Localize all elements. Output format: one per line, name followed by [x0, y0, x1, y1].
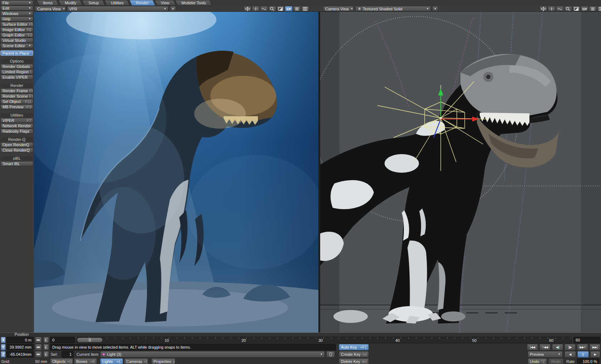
vpr-render-canvas	[34, 12, 318, 333]
item-properties-mini-button[interactable]	[326, 351, 335, 358]
sidebar-item-smart-ibl[interactable]: Smart IBL	[0, 161, 33, 166]
left-zoom-tool-button[interactable]	[268, 6, 276, 11]
step-forward-button[interactable]: ||▶	[565, 344, 576, 350]
preview-dropdown[interactable]: Preview▼	[528, 351, 563, 358]
position-x-field[interactable]: 0 m	[6, 337, 34, 343]
right-rotate-tool-button[interactable]	[548, 6, 556, 11]
left-viewport-menu-button[interactable]	[293, 6, 301, 11]
left-minmax-button[interactable]	[277, 6, 284, 11]
sidebar-section-render-q: Render-Q	[0, 137, 33, 142]
position-y-field[interactable]: 39.9992 mm	[6, 344, 34, 350]
right-pan-tool-button[interactable]	[539, 6, 547, 11]
right-render-mode-dropdown[interactable]: TTextured Shaded Solid▼	[355, 6, 431, 11]
right-zoom-tool-button[interactable]	[564, 6, 572, 11]
z-envelope-button[interactable]: E	[43, 351, 49, 358]
left-rotate-tool-button[interactable]	[252, 6, 260, 11]
properties-button[interactable]: Propertiesp	[151, 358, 175, 364]
sidebar-item-viper[interactable]: VIPERF7	[0, 118, 33, 123]
right-camera-select-button[interactable]	[581, 6, 588, 11]
right-orbit-tool-button[interactable]	[556, 6, 564, 11]
position-z-field[interactable]: -65.0419mm	[6, 351, 34, 358]
sidebar-item-mb-preview[interactable]: MB Preview+F9	[0, 104, 33, 109]
sidebar-item-scene-editor[interactable]: Scene Editor▼	[0, 43, 33, 48]
timeline-slider-handle[interactable]: 0	[77, 338, 103, 343]
sidebar-item-limited-region[interactable]: Limited Regionl	[0, 69, 33, 74]
right-viewport-menu-button[interactable]	[589, 6, 597, 11]
left-layout-preset-button[interactable]	[301, 6, 309, 11]
left-viewport-vpr-render[interactable]	[34, 12, 318, 333]
go-end-button[interactable]: ▶▶|	[590, 344, 600, 350]
pause-button[interactable]: ||	[577, 351, 589, 358]
sidebar-item-sel-object[interactable]: Sel ObjectF11	[0, 99, 33, 104]
timeline-ruler[interactable]: ▲ 0 10 20 30 40 50 60	[76, 337, 572, 343]
sidebar-item-open-renderq[interactable]: Open RenderQ	[0, 142, 33, 147]
tab-setup[interactable]: Setup	[83, 0, 104, 6]
sidebar-item-render-scene[interactable]: Render SceneF10	[0, 94, 33, 99]
left-view-type-dropdown[interactable]: Camera View▼	[35, 6, 66, 11]
tab-render[interactable]: Render	[131, 0, 154, 6]
menu-edit[interactable]: Edit▼	[0, 6, 33, 11]
y-envelope-button[interactable]: E	[43, 344, 49, 350]
lights-mode-button[interactable]: Lights+L	[100, 358, 123, 364]
sidebar-item-image-editor[interactable]: Image EditorF6	[0, 27, 33, 32]
chevron-down-icon: ▼	[27, 44, 31, 47]
create-key-button[interactable]: Create Keyret	[339, 351, 369, 358]
camera-icon	[582, 7, 587, 11]
y-stepper[interactable]: ◀▶	[35, 344, 42, 350]
axis-z-badge[interactable]: Z	[1, 351, 6, 358]
auto-key-button[interactable]: Auto Key+F1	[339, 344, 369, 350]
left-pan-tool-button[interactable]	[244, 6, 251, 11]
tab-view[interactable]: View	[156, 0, 175, 6]
right-layout-preset-button[interactable]	[597, 6, 601, 11]
z-stepper[interactable]: ◀▶	[35, 351, 42, 358]
x-envelope-button[interactable]: E	[43, 337, 49, 343]
tab-modeler-tools[interactable]: Modeler Tools	[176, 0, 211, 6]
tab-utilities[interactable]: Utilities	[106, 0, 129, 6]
sidebar-item-virtual-studio[interactable]: Virtual Studio	[0, 38, 33, 43]
go-start-button[interactable]: |◀◀	[527, 344, 538, 350]
x-stepper[interactable]: ◀▶	[35, 337, 42, 343]
opengl-canvas	[320, 12, 601, 333]
left-camera-select-button[interactable]	[285, 6, 293, 11]
tab-items[interactable]: Items	[38, 0, 58, 6]
left-orbit-tool-button[interactable]	[260, 6, 268, 11]
sidebar-item-enable-viper[interactable]: Enable VIPER	[0, 75, 33, 80]
cameras-mode-button[interactable]: Cameras+C	[124, 358, 148, 364]
current-frame-field[interactable]: 0	[50, 337, 75, 343]
sidebar-item-parent-in-place[interactable]: Parent in Place	[0, 50, 33, 56]
axis-x-badge[interactable]: X	[1, 337, 6, 343]
undo-button[interactable]: Undo^Z	[528, 358, 547, 364]
left-render-mode-dropdown[interactable]: VPR▼	[67, 6, 168, 11]
play-reverse-button[interactable]: ◀	[565, 351, 576, 358]
menu-help[interactable]: Help▼	[0, 16, 33, 21]
right-viewport-options-dropdown[interactable]: ▼	[432, 6, 438, 11]
axis-y-badge[interactable]: Y	[1, 344, 6, 350]
tab-modify[interactable]: Modify	[59, 0, 82, 6]
rate-field[interactable]: 100.0 %	[577, 358, 599, 364]
current-item-dropdown[interactable]: Light (3)▼	[100, 351, 325, 358]
sidebar-item-close-renderq[interactable]: Close RenderQ	[0, 148, 33, 153]
delete-key-button[interactable]: Delete Keydel	[339, 358, 369, 364]
redo-button[interactable]: Redo	[548, 358, 563, 364]
right-minmax-button[interactable]	[572, 6, 580, 11]
chevron-down-icon: ▼	[425, 8, 429, 10]
sidebar-item-render-globals[interactable]: Render Globals	[0, 64, 33, 69]
sidebar-item-radiosity-flags[interactable]: Radiosity Flags	[0, 129, 33, 134]
right-view-type-dropdown[interactable]: Camera View▼	[323, 6, 354, 11]
prev-key-button[interactable]: +◀◀	[539, 344, 551, 350]
sidebar-item-surface-editor[interactable]: Surface EditorF5	[0, 22, 33, 27]
sidebar-item-graph-editor[interactable]: Graph Editor^F2	[0, 33, 33, 38]
bones-mode-button[interactable]: Bones+B	[74, 358, 97, 364]
orbit-icon	[262, 7, 267, 11]
end-frame-field[interactable]: 60	[573, 337, 600, 343]
sidebar-item-network-render[interactable]: Network Render	[0, 123, 33, 128]
left-viewport-options-dropdown[interactable]: ▼	[170, 6, 176, 11]
menu-windows[interactable]: Windows▼	[0, 11, 33, 16]
objects-mode-button[interactable]: Objects+O	[50, 358, 73, 364]
play-forward-button[interactable]: ▶	[590, 351, 600, 358]
next-key-button[interactable]: ▶▶+	[577, 344, 588, 350]
right-viewport-shaded-view[interactable]	[320, 12, 601, 333]
menu-file[interactable]: File▼	[0, 0, 33, 5]
step-back-button[interactable]: ◀||	[552, 344, 563, 350]
sidebar-item-render-frame[interactable]: Render FrameF9	[0, 88, 33, 93]
